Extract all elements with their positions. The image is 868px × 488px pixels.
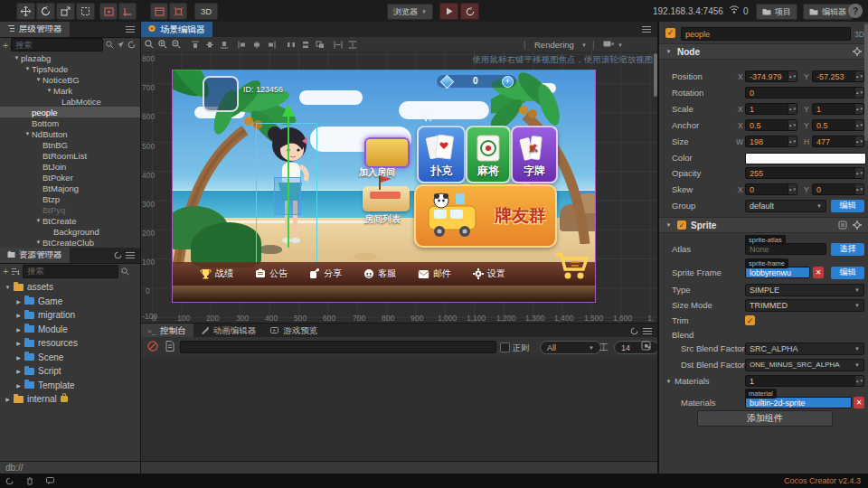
open-project-button[interactable]: 项目	[756, 4, 797, 20]
align-hcenter-icon[interactable]	[252, 41, 261, 49]
group-dropdown[interactable]: default▼	[745, 200, 826, 212]
canvas-fit-button[interactable]	[169, 3, 187, 20]
stepper[interactable]: ▲▼	[854, 136, 863, 146]
play-button[interactable]	[439, 3, 458, 20]
game-canvas[interactable]: ID: 123456 0 +	[172, 70, 596, 303]
camera-view-icon[interactable]	[603, 40, 614, 48]
size-h-field[interactable]: 477▲▼	[812, 136, 864, 147]
collapse-icon[interactable]: ▶	[14, 382, 23, 389]
tree-item-selected[interactable]: people	[0, 107, 140, 117]
stepper[interactable]: ▲▼	[854, 71, 863, 81]
poker-game-button[interactable]: 扑克	[417, 126, 466, 183]
open-editor-button[interactable]: 编辑器	[803, 4, 853, 20]
preview-target-dropdown[interactable]: 浏览器▼	[387, 4, 433, 20]
stepper[interactable]: ▲▼	[854, 376, 863, 386]
rotate-tool-button[interactable]	[36, 3, 55, 20]
collapse-icon[interactable]: ▶	[14, 354, 23, 361]
locate-node-icon[interactable]	[117, 41, 125, 49]
align-vcenter-icon[interactable]	[205, 41, 214, 49]
menu-item-share[interactable]: 分享	[309, 267, 342, 280]
collapse-icon[interactable]: ▶	[4, 396, 12, 402]
help-button[interactable]: ?	[848, 4, 863, 18]
popup-console-icon[interactable]	[641, 341, 651, 351]
menu-item-notice[interactable]: 公告	[255, 267, 288, 280]
asset-item[interactable]: ▼assets	[0, 280, 140, 295]
collapse-logs-icon[interactable]	[165, 341, 175, 352]
tree-item[interactable]: ▼NdButton	[0, 128, 140, 139]
rotation-field[interactable]: 0▲▼	[745, 87, 864, 99]
console-refresh-icon[interactable]	[630, 327, 638, 335]
search-icon[interactable]	[106, 41, 114, 49]
design-resolution-button[interactable]	[150, 3, 168, 20]
expand-icon[interactable]: ▼	[45, 88, 53, 93]
color-swatch[interactable]	[745, 153, 866, 164]
zoom-in-icon[interactable]	[158, 40, 167, 49]
asset-item[interactable]: ▶Module	[0, 323, 140, 337]
stepper[interactable]: ▲▼	[788, 71, 797, 81]
log-level-dropdown[interactable]: All▼	[540, 341, 601, 354]
gear-icon[interactable]	[853, 221, 862, 231]
hierarchy-search-input[interactable]	[11, 38, 103, 52]
3d-toggle-button[interactable]: 3D	[194, 3, 218, 20]
chevron-down-icon[interactable]: ▼	[618, 42, 623, 48]
collapse-icon[interactable]: ▶	[14, 312, 23, 318]
menu-item-records[interactable]: 战绩	[200, 267, 233, 280]
distribute-h-icon[interactable]	[287, 41, 296, 49]
expand-icon[interactable]: ▼	[4, 285, 12, 290]
asset-item[interactable]: ▶internal	[0, 392, 140, 407]
skew-y-field[interactable]: 0▲▼	[812, 183, 864, 195]
zipai-game-button[interactable]: 贰 字牌	[511, 126, 558, 183]
anchor-y-field[interactable]: 0.5▲▼	[812, 119, 864, 131]
panel-menu-icon[interactable]	[643, 328, 652, 335]
scale-x-field[interactable]: 1▲▼	[745, 103, 797, 115]
tree-item[interactable]: BtJoin	[0, 161, 140, 172]
asset-item[interactable]: ▶Game	[0, 295, 140, 309]
tree-item-disabled[interactable]: BtPyq	[0, 204, 140, 215]
tab-game-preview[interactable]: 游戏预览	[263, 324, 325, 339]
asset-item[interactable]: ▶Template	[0, 379, 140, 393]
sort-icon[interactable]	[11, 267, 20, 276]
clear-console-icon[interactable]	[147, 341, 158, 352]
edit-sprite-frame-button[interactable]: 编辑	[831, 267, 864, 279]
assets-search-input[interactable]	[23, 265, 118, 278]
tab-hierarchy[interactable]: 层级管理器	[0, 22, 70, 37]
expand-icon[interactable]: ▼	[13, 55, 21, 61]
translate-gizmo-axis[interactable]	[288, 116, 289, 248]
stepper[interactable]: ▲▼	[788, 136, 797, 146]
tree-item[interactable]: LabMotice	[0, 96, 140, 107]
tree-item[interactable]: Background	[0, 226, 140, 237]
add-gems-button[interactable]: +	[502, 76, 514, 88]
opacity-field[interactable]: 255▲▼	[745, 167, 864, 179]
asset-item[interactable]: ▶Script	[0, 364, 140, 379]
panel-menu-icon[interactable]	[126, 26, 135, 33]
chevron-down-icon[interactable]: ▼	[581, 42, 587, 48]
scale-tool-button[interactable]	[56, 3, 75, 20]
room-list-button[interactable]	[363, 186, 410, 211]
panel-divider[interactable]	[657, 22, 658, 474]
collapse-icon[interactable]: ▶	[14, 340, 23, 346]
clear-sprite-frame-button[interactable]: ✕	[813, 267, 824, 278]
card-club-banner[interactable]: 牌友群	[414, 184, 557, 248]
stepper[interactable]: ▲▼	[788, 120, 797, 130]
tree-item[interactable]: ▼BtCreateClub	[0, 237, 140, 248]
status-trash-icon[interactable]	[26, 477, 33, 485]
search-icon[interactable]	[121, 267, 129, 276]
choose-atlas-button[interactable]: 选择	[831, 243, 864, 256]
player-avatar[interactable]	[203, 76, 239, 112]
align-left-icon[interactable]	[238, 41, 247, 49]
tree-item[interactable]: BtMajong	[0, 183, 140, 193]
move-tool-button[interactable]	[16, 3, 35, 20]
tab-scene-editor[interactable]: 场景编辑器	[140, 22, 212, 37]
expand-icon[interactable]: ▼	[24, 131, 32, 136]
stepper[interactable]: ▲▼	[854, 120, 863, 130]
console-log-area[interactable]	[140, 357, 658, 461]
tab-assets[interactable]: 资源管理器	[0, 248, 70, 263]
translate-gizmo-arrowhead[interactable]	[282, 104, 295, 117]
rendering-mode-label[interactable]: Rendering	[534, 40, 574, 50]
collapse-icon[interactable]: ▶	[14, 326, 23, 333]
sprite-enabled-checkbox[interactable]: ✓	[677, 221, 686, 230]
pivot-mode-button[interactable]	[99, 3, 118, 20]
expand-icon[interactable]: ▼	[34, 77, 42, 82]
font-size-dropdown[interactable]: 14▼	[614, 341, 659, 354]
shop-cart-button[interactable]	[552, 248, 590, 286]
